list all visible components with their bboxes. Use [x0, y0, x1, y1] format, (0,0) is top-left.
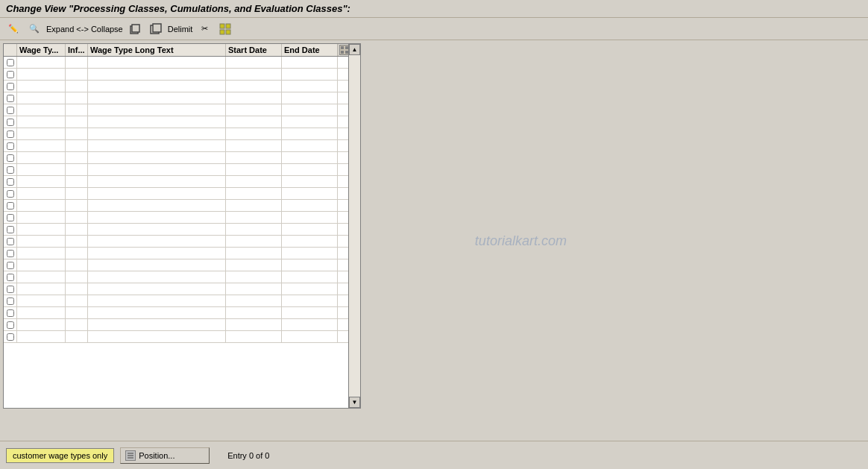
table-cell: [66, 116, 88, 128]
table-row[interactable]: [4, 152, 360, 164]
table-cell: [66, 271, 88, 283]
table-cell: [226, 69, 282, 80]
table-cell: [88, 248, 226, 259]
toolbar-btn-grid[interactable]: [216, 21, 234, 37]
table-cell: [88, 259, 226, 271]
table-cell: [226, 81, 282, 92]
table-row[interactable]: [4, 259, 360, 271]
table-cell: [66, 164, 88, 175]
row-checkbox[interactable]: [4, 116, 17, 128]
row-checkbox[interactable]: [4, 164, 17, 175]
table-cell: [66, 236, 88, 247]
row-checkbox[interactable]: [4, 104, 17, 116]
table-cell: [66, 319, 88, 330]
table-cell: [282, 331, 338, 342]
table-row[interactable]: [4, 224, 360, 236]
table-row[interactable]: [4, 104, 360, 116]
toolbar-btn-2[interactable]: 🔍: [25, 21, 43, 37]
row-checkbox[interactable]: [4, 331, 17, 342]
table-cell: [66, 92, 88, 104]
svg-rect-7: [226, 30, 230, 34]
table-row[interactable]: [4, 69, 360, 81]
row-checkbox[interactable]: [4, 224, 17, 235]
table-row[interactable]: [4, 116, 360, 128]
row-checkbox[interactable]: [4, 69, 17, 80]
search-icon: 🔍: [28, 22, 41, 36]
table-cell: [17, 283, 66, 295]
toolbar-btn-1[interactable]: ✏️: [4, 21, 22, 37]
table-cell: [226, 259, 282, 271]
table-row[interactable]: [4, 236, 360, 248]
table-row[interactable]: [4, 331, 360, 343]
table-row[interactable]: [4, 212, 360, 224]
table-row[interactable]: [4, 57, 360, 69]
row-checkbox[interactable]: [4, 140, 17, 151]
row-checkbox[interactable]: [4, 57, 17, 68]
row-checkbox[interactable]: [4, 307, 17, 318]
main-window: Change View "Processing Classes, Cumulat…: [0, 0, 868, 469]
table-cell: [226, 295, 282, 306]
row-checkbox[interactable]: [4, 236, 17, 247]
toolbar-btn-scissors[interactable]: ✂: [195, 21, 213, 37]
table-row[interactable]: [4, 140, 360, 152]
col-header-start: Start Date: [226, 44, 282, 56]
row-checkbox[interactable]: [4, 319, 17, 330]
table-cell: [66, 248, 88, 259]
row-checkbox[interactable]: [4, 81, 17, 92]
row-checkbox[interactable]: [4, 295, 17, 306]
toolbar-btn-copy1[interactable]: [126, 21, 144, 37]
table-row[interactable]: [4, 307, 360, 319]
table-row[interactable]: [4, 188, 360, 200]
row-checkbox[interactable]: [4, 200, 17, 211]
svg-rect-13: [128, 455, 133, 456]
row-checkbox[interactable]: [4, 271, 17, 283]
page-title: Change View "Processing Classes, Cumulat…: [6, 3, 350, 14]
table-cell: [17, 212, 66, 223]
table-cell: [226, 92, 282, 104]
row-checkbox[interactable]: [4, 188, 17, 199]
row-checkbox[interactable]: [4, 248, 17, 259]
table-row[interactable]: [4, 283, 360, 295]
table-cell: [66, 104, 88, 116]
col-header-inf: Inf...: [66, 44, 88, 56]
table-row[interactable]: [4, 319, 360, 331]
scroll-up-btn[interactable]: ▲: [349, 44, 360, 55]
table-row[interactable]: [4, 164, 360, 176]
row-checkbox[interactable]: [4, 128, 17, 139]
table-cell: [282, 283, 338, 295]
table-cell: [66, 140, 88, 151]
row-checkbox[interactable]: [4, 152, 17, 163]
table-row[interactable]: [4, 128, 360, 140]
customer-wage-types-btn[interactable]: customer wage types only: [6, 448, 114, 463]
table-row[interactable]: [4, 248, 360, 259]
table-cell: [282, 140, 338, 151]
row-checkbox[interactable]: [4, 259, 17, 271]
table-row[interactable]: [4, 176, 360, 188]
table-cell: [88, 176, 226, 187]
table-cell: [17, 140, 66, 151]
table-row[interactable]: [4, 271, 360, 283]
table-cell: [88, 271, 226, 283]
scrollbar[interactable]: ▲ ▼: [348, 44, 360, 408]
table-row[interactable]: [4, 81, 360, 92]
svg-rect-1: [132, 25, 139, 32]
position-btn[interactable]: Position...: [120, 447, 210, 464]
toolbar-btn-copy2[interactable]: [147, 21, 165, 37]
table-cell: [66, 152, 88, 163]
header-checkbox-col: [4, 44, 17, 56]
table-cell: [17, 224, 66, 235]
table-cell: [88, 295, 226, 306]
table-cell: [66, 128, 88, 139]
table-row[interactable]: [4, 200, 360, 212]
scroll-down-btn[interactable]: ▼: [349, 397, 360, 408]
table-row[interactable]: [4, 92, 360, 104]
col-header-wagety: Wage Ty...: [17, 44, 66, 56]
table-cell: [17, 319, 66, 330]
row-checkbox[interactable]: [4, 176, 17, 187]
row-checkbox[interactable]: [4, 283, 17, 295]
row-checkbox[interactable]: [4, 212, 17, 223]
table-row[interactable]: [4, 295, 360, 307]
table-cell: [17, 152, 66, 163]
table-cell: [17, 57, 66, 68]
row-checkbox[interactable]: [4, 92, 17, 104]
